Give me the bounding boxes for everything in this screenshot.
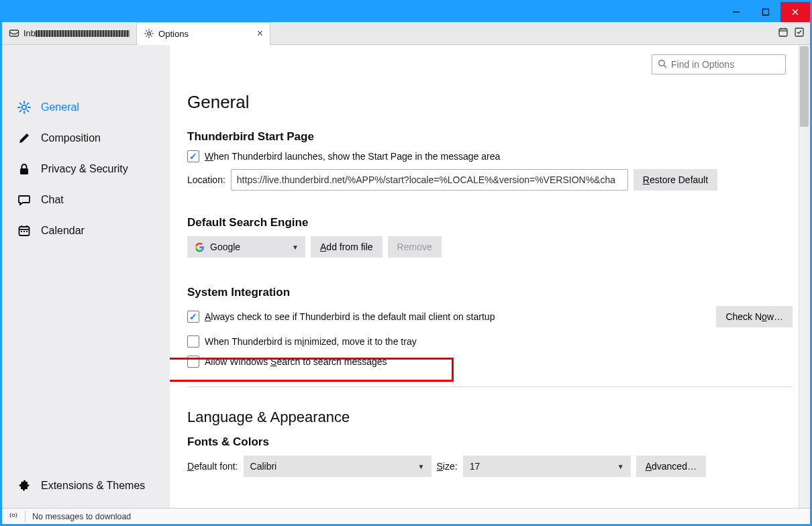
svg-line-12 (151, 31, 152, 32)
svg-line-13 (146, 36, 147, 36)
advanced-fonts-button[interactable]: Advanced… (636, 456, 706, 477)
chevron-down-icon: ▼ (617, 463, 624, 470)
page-title: General (187, 92, 793, 113)
remove-engine-button: Remove (388, 236, 442, 258)
sidebar-item-chat[interactable]: Chat (2, 185, 170, 215)
search-options[interactable] (652, 54, 786, 74)
svg-rect-1 (763, 9, 769, 15)
svg-rect-14 (779, 29, 787, 36)
divider (187, 386, 793, 387)
svg-rect-28 (20, 168, 28, 174)
default-font-select[interactable]: Calibri▼ (244, 456, 432, 477)
tab-options-label: Options (158, 29, 253, 39)
svg-point-19 (22, 105, 26, 109)
checkbox-windows-search[interactable] (187, 356, 199, 368)
default-font-label: Default font: (187, 461, 238, 472)
svg-line-37 (664, 65, 666, 68)
inbox-icon (9, 28, 19, 38)
svg-line-25 (27, 110, 28, 111)
svg-line-10 (146, 31, 147, 32)
chevron-down-icon: ▼ (418, 463, 425, 470)
sidebar-item-calendar[interactable]: Calendar (2, 215, 170, 246)
lock-icon (17, 162, 32, 176)
location-label: Location: (187, 174, 225, 185)
section-search-engine: Default Search Engine (187, 216, 793, 229)
checkbox-default-client[interactable] (187, 311, 199, 323)
svg-rect-35 (26, 231, 28, 232)
svg-point-5 (148, 32, 151, 36)
sidebar: General Composition Privacy & Security C… (2, 45, 170, 508)
checkbox-show-start-page[interactable] (187, 150, 199, 162)
activity-icon (9, 511, 18, 522)
search-icon (658, 59, 667, 70)
svg-point-38 (12, 514, 15, 517)
search-input[interactable] (671, 59, 789, 70)
sidebar-item-label: Extensions & Themes (41, 480, 145, 492)
sidebar-item-label: Composition (41, 132, 101, 144)
section-start-page: Thunderbird Start Page (187, 130, 793, 144)
restore-default-button[interactable]: Restore Default (633, 169, 717, 191)
svg-rect-34 (23, 231, 25, 232)
svg-line-27 (20, 110, 21, 111)
svg-line-11 (151, 36, 152, 36)
tab-inbox[interactable]: Inb (2, 21, 136, 44)
calendar-toolbar-icon[interactable] (778, 27, 790, 39)
titlebar (2, 2, 810, 22)
tasks-toolbar-icon[interactable] (794, 27, 806, 39)
sidebar-item-label: General (41, 101, 79, 113)
checkbox-label: When Thunderbird launches, show the Star… (205, 151, 500, 162)
status-text: No messages to download (32, 512, 131, 521)
calendar-icon (17, 223, 32, 238)
chat-icon (17, 193, 32, 207)
pencil-icon (17, 131, 32, 146)
sidebar-item-general[interactable]: General (2, 92, 170, 123)
section-fonts-colors: Fonts & Colors (187, 435, 793, 449)
puzzle-icon (17, 478, 32, 493)
sidebar-item-composition[interactable]: Composition (2, 123, 170, 154)
section-system-integration: System Integration (187, 286, 793, 299)
tab-options[interactable]: Options × (136, 22, 270, 45)
tab-bar: Inb Options × (2, 22, 810, 45)
redacted-text (36, 30, 130, 37)
window-close-button[interactable] (780, 2, 810, 22)
location-input[interactable]: https://live.thunderbird.net/%APP%/start… (231, 169, 628, 191)
google-icon (194, 242, 205, 252)
checkbox-label: When Thunderbird is minimized, move it t… (205, 336, 417, 347)
sidebar-item-privacy[interactable]: Privacy & Security (2, 154, 170, 185)
status-bar: No messages to download (2, 508, 810, 524)
tab-inbox-label: Inb (23, 28, 130, 38)
sidebar-item-label: Privacy & Security (41, 163, 128, 175)
svg-line-24 (20, 103, 21, 105)
checkbox-label: Always check to see if Thunderbird is th… (205, 311, 495, 322)
sidebar-item-extensions[interactable]: Extensions & Themes (2, 470, 170, 508)
tab-close-icon[interactable]: × (257, 28, 263, 40)
gear-icon (17, 100, 32, 115)
svg-line-26 (27, 103, 28, 105)
sidebar-item-label: Calendar (41, 225, 85, 237)
size-label: Size: (437, 461, 458, 472)
svg-rect-33 (21, 231, 22, 232)
check-now-button[interactable]: Check Noow…w… (716, 306, 793, 327)
add-from-file-button[interactable]: Add from file (311, 236, 383, 258)
content-pane: General Thunderbird Start Page When Thun… (170, 45, 810, 508)
section-language-appearance: Language & Appearance (187, 409, 793, 426)
checkbox-minimize-to-tray[interactable] (187, 335, 199, 348)
chevron-down-icon: ▼ (292, 244, 299, 251)
search-engine-select[interactable]: Google ▼ (187, 236, 305, 258)
minimize-button[interactable] (721, 2, 751, 22)
svg-point-36 (659, 60, 664, 65)
gear-icon (144, 28, 154, 39)
maximize-button[interactable] (751, 2, 780, 22)
font-size-select[interactable]: 17▼ (463, 456, 631, 477)
sidebar-item-label: Chat (41, 194, 64, 206)
checkbox-label: Allow Windows Search to search messages (205, 356, 387, 367)
